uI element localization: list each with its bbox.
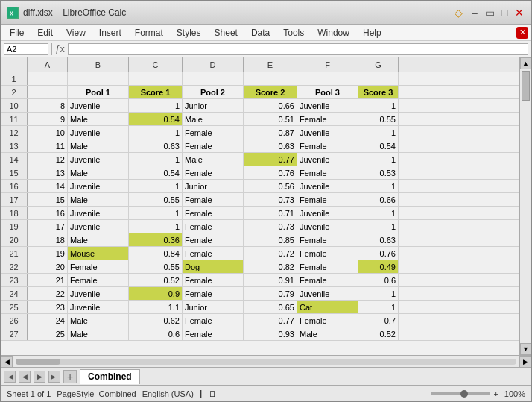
- cell-f[interactable]: Pool 3: [297, 86, 358, 98]
- cell-f[interactable]: Cat: [297, 301, 358, 313]
- cell-e[interactable]: 0.85: [244, 233, 297, 246]
- cell-d[interactable]: Female: [183, 274, 244, 286]
- formula-input[interactable]: [68, 43, 528, 55]
- cell-f[interactable]: Female: [297, 113, 358, 125]
- cell-c[interactable]: 0.36: [129, 233, 183, 246]
- cell-e[interactable]: 0.77: [244, 153, 297, 166]
- cell-e[interactable]: 0.73: [244, 193, 297, 206]
- menu-styles[interactable]: Styles: [171, 26, 207, 40]
- cell-d[interactable]: [183, 72, 244, 85]
- cell-e[interactable]: 0.66: [244, 99, 297, 112]
- cell-g[interactable]: 0.49: [358, 260, 399, 273]
- cell-e[interactable]: 0.91: [244, 274, 297, 286]
- cell-a[interactable]: 23: [28, 301, 68, 313]
- cell-g[interactable]: 0.6: [358, 274, 399, 286]
- cell-c[interactable]: 1: [129, 99, 183, 112]
- cell-b[interactable]: Juvenile: [68, 153, 129, 166]
- cell-b[interactable]: Juvenile: [68, 207, 129, 219]
- cell-d[interactable]: Female: [183, 207, 244, 219]
- zoom-thumb[interactable]: [460, 390, 468, 398]
- menu-format[interactable]: Format: [129, 26, 169, 40]
- cell-a[interactable]: 21: [28, 274, 68, 286]
- cell-d[interactable]: Female: [183, 139, 244, 152]
- cell-d[interactable]: Female: [183, 166, 244, 179]
- cell-g[interactable]: [358, 72, 399, 85]
- cell-a[interactable]: 11: [28, 139, 68, 152]
- cell-e[interactable]: [244, 72, 297, 85]
- cell-c[interactable]: Score 1: [129, 86, 183, 98]
- scroll-up-button[interactable]: ▲: [520, 57, 531, 69]
- scroll-track[interactable]: [520, 69, 531, 343]
- cell-f[interactable]: Female: [297, 314, 358, 327]
- cell-d[interactable]: Female: [183, 126, 244, 139]
- cell-f[interactable]: Female: [297, 260, 358, 273]
- cell-b[interactable]: [68, 72, 129, 85]
- cell-a[interactable]: 16: [28, 207, 68, 219]
- cell-g[interactable]: 1: [358, 207, 399, 219]
- cell-g[interactable]: 0.7: [358, 314, 399, 327]
- menu-help[interactable]: Help: [357, 26, 387, 40]
- cell-b[interactable]: Mouse: [68, 247, 129, 260]
- cell-a[interactable]: 13: [28, 166, 68, 179]
- zoom-slider[interactable]: [431, 392, 490, 395]
- col-header-f[interactable]: F: [297, 57, 358, 72]
- cell-e[interactable]: 0.77: [244, 314, 297, 327]
- scroll-down-button[interactable]: ▼: [520, 343, 531, 355]
- add-sheet-button[interactable]: +: [63, 370, 77, 383]
- cell-c[interactable]: 1: [129, 180, 183, 192]
- cell-c[interactable]: 1: [129, 220, 183, 233]
- cell-a[interactable]: 15: [28, 193, 68, 206]
- cell-f[interactable]: Juvenile: [297, 220, 358, 233]
- cell-e[interactable]: Score 2: [244, 86, 297, 98]
- cell-b[interactable]: Juvenile: [68, 99, 129, 112]
- next-sheet-button[interactable]: ▶: [34, 371, 45, 383]
- cell-f[interactable]: Female: [297, 193, 358, 206]
- cell-g[interactable]: 1: [358, 153, 399, 166]
- cell-a[interactable]: 22: [28, 287, 68, 300]
- cell-f[interactable]: [297, 72, 358, 85]
- cell-e[interactable]: 0.76: [244, 166, 297, 179]
- cell-e[interactable]: 0.87: [244, 126, 297, 139]
- cell-f[interactable]: Female: [297, 247, 358, 260]
- cell-d[interactable]: Female: [183, 314, 244, 327]
- cell-a[interactable]: 9: [28, 113, 68, 125]
- cell-g[interactable]: 1: [358, 180, 399, 192]
- cell-f[interactable]: Female: [297, 139, 358, 152]
- cell-f[interactable]: Juvenile: [297, 153, 358, 166]
- cell-c[interactable]: 0.54: [129, 113, 183, 125]
- cell-c[interactable]: [129, 72, 183, 85]
- cell-e[interactable]: 0.65: [244, 301, 297, 313]
- col-header-a[interactable]: A: [28, 57, 68, 72]
- cell-d[interactable]: Female: [183, 247, 244, 260]
- cell-d[interactable]: Male: [183, 153, 244, 166]
- cell-g[interactable]: 0.55: [358, 113, 399, 125]
- cell-g[interactable]: 1: [358, 126, 399, 139]
- cell-b[interactable]: Juvenile: [68, 287, 129, 300]
- cell-g[interactable]: 1: [358, 287, 399, 300]
- cell-f[interactable]: Juvenile: [297, 126, 358, 139]
- first-sheet-button[interactable]: |◀: [4, 371, 16, 383]
- menu-data[interactable]: Data: [245, 26, 276, 40]
- cell-c[interactable]: 0.62: [129, 314, 183, 327]
- cell-e[interactable]: 0.72: [244, 247, 297, 260]
- cell-d[interactable]: Pool 2: [183, 86, 244, 98]
- cell-d[interactable]: Junior: [183, 99, 244, 112]
- cell-b[interactable]: Juvenile: [68, 301, 129, 313]
- cell-a[interactable]: 20: [28, 260, 68, 273]
- cell-c[interactable]: 0.9: [129, 287, 183, 300]
- cell-e[interactable]: 0.79: [244, 287, 297, 300]
- maximize-button[interactable]: □: [498, 7, 510, 19]
- cell-f[interactable]: Female: [297, 166, 358, 179]
- cell-g[interactable]: 1: [358, 220, 399, 233]
- cell-c[interactable]: 0.52: [129, 274, 183, 286]
- cell-g[interactable]: 0.53: [358, 166, 399, 179]
- cell-e[interactable]: 0.71: [244, 207, 297, 219]
- cell-d[interactable]: Female: [183, 220, 244, 233]
- scroll-thumb[interactable]: [522, 71, 530, 101]
- sheet-tab-combined[interactable]: Combined: [80, 369, 140, 384]
- cell-e[interactable]: 0.51: [244, 113, 297, 125]
- cell-b[interactable]: Male: [68, 139, 129, 152]
- close-document-button[interactable]: ✕: [516, 27, 528, 39]
- cell-g[interactable]: 1: [358, 99, 399, 112]
- col-header-b[interactable]: B: [68, 57, 129, 72]
